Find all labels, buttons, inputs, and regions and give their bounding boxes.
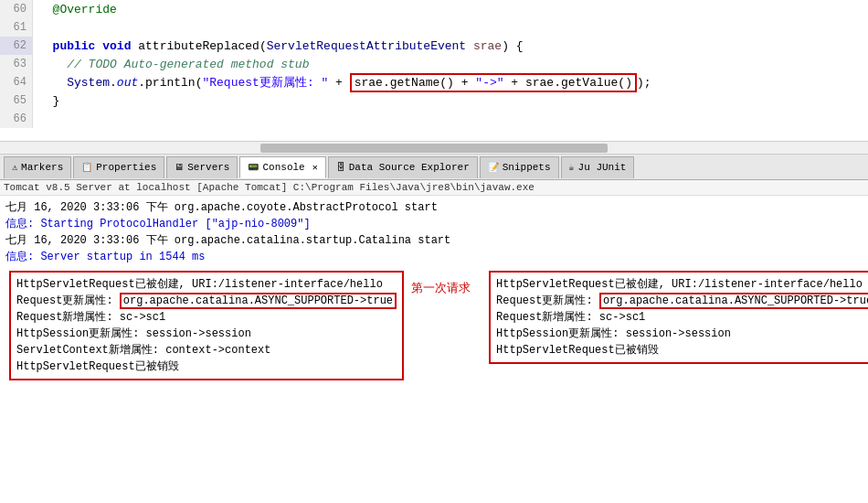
line-num-62: 62: [0, 37, 33, 55]
line-num-65: 65: [0, 91, 33, 110]
requests-container: HttpServletRequest已被创建, URI:/listener-in…: [5, 271, 863, 380]
tab-properties[interactable]: 📋 Properties: [73, 156, 164, 178]
code-line-60: 60 @Override: [0, 0, 868, 18]
horizontal-scrollbar[interactable]: [0, 142, 868, 155]
tab-snippets-label: Snippets: [503, 162, 551, 173]
snippets-icon: 📝: [488, 162, 499, 173]
markers-icon: ⚠: [12, 162, 17, 173]
console-line-2: 信息: Starting ProtocolHandler ["ajp-nio-8…: [5, 216, 863, 232]
tab-datasource-text: Data Source Explorer: [349, 162, 470, 173]
properties-icon: 📋: [81, 162, 92, 173]
tab-markers-label: Markers: [21, 162, 63, 173]
line-content-64: System.out.println("Request更新属性: " + sra…: [33, 74, 651, 91]
line-num-63: 63: [0, 55, 33, 73]
line-content-65: }: [33, 94, 59, 108]
console-icon: 📟: [248, 162, 259, 173]
code-line-65: 65 }: [0, 91, 868, 110]
scrollbar-thumb[interactable]: [260, 144, 608, 153]
line-num-64: 64: [0, 73, 33, 91]
code-line-61: 61: [0, 18, 868, 37]
request1-wrapper: HttpServletRequest已被创建, URI:/listener-in…: [9, 271, 471, 380]
bottom-panel: ⚠ Markers 📋 Properties 🖥 Servers 📟 Conso…: [0, 155, 868, 493]
request2-wrapper: HttpServletRequest已被创建, URI:/listener-in…: [489, 271, 868, 380]
junit-icon: ☕: [569, 162, 575, 173]
async-highlight-1: org.apache.catalina.ASYNC_SUPPORTED->tru…: [120, 293, 397, 309]
line-content-63: // TODO Auto-generated method stub: [33, 58, 309, 71]
async-highlight-2: org.apache.catalina.ASYNC_SUPPORTED->tru…: [599, 293, 868, 309]
line-num-61: 61: [0, 18, 33, 37]
servers-icon: 🖥: [175, 162, 184, 173]
request2-block: HttpServletRequest已被创建, URI:/listener-in…: [489, 271, 868, 364]
tab-console[interactable]: 📟 Console ✕: [239, 156, 325, 178]
server-info-text: Tomcat v8.5 Server at localhost [Apache …: [4, 182, 535, 193]
tab-servers[interactable]: 🖥 Servers: [166, 156, 238, 178]
line-content-62: public void attributeReplaced(ServletReq…: [33, 39, 524, 53]
console-close-icon[interactable]: ✕: [312, 162, 318, 173]
tab-bar: ⚠ Markers 📋 Properties 🖥 Servers 📟 Conso…: [0, 155, 868, 180]
line-num-66: 66: [0, 110, 33, 128]
request1-block: HttpServletRequest已被创建, URI:/listener-in…: [9, 271, 404, 380]
tab-markers[interactable]: ⚠ Markers: [4, 156, 71, 178]
tab-junit[interactable]: ☕ Ju JUnit: [561, 156, 635, 178]
code-editor: 60 @Override 61 62 public void attribute…: [0, 0, 868, 142]
line-num-60: 60: [0, 0, 33, 18]
console-server-info: Tomcat v8.5 Server at localhost [Apache …: [0, 180, 868, 196]
tab-servers-label: Servers: [187, 162, 229, 173]
line-content-60: @Override: [33, 3, 117, 16]
tab-datasource[interactable]: 🗄 Tomcat v8.5 Server at localhost [Apach…: [328, 156, 478, 178]
console-line-4: 信息: Server startup in 1544 ms: [5, 249, 863, 265]
datasource-icon: 🗄: [336, 162, 345, 173]
code-line-66: 66: [0, 110, 868, 128]
console-line-3: 七月 16, 2020 3:33:06 下午 org.apache.catali…: [5, 232, 863, 249]
code-line-64: 64 System.out.println("Request更新属性: " + …: [0, 73, 868, 91]
tab-console-label: Console: [262, 162, 304, 173]
tab-snippets[interactable]: 📝 Snippets: [480, 156, 559, 178]
console-line-1: 七月 16, 2020 3:33:06 下午 org.apache.coyote…: [5, 199, 863, 216]
code-line-62: 62 public void attributeReplaced(Servlet…: [0, 37, 868, 55]
code-line-63: 63 // TODO Auto-generated method stub: [0, 55, 868, 73]
request1-label: 第一次请求: [411, 280, 471, 296]
tab-junit-label: Ju JUnit: [578, 162, 627, 173]
console-output: 七月 16, 2020 3:33:06 下午 org.apache.coyote…: [0, 196, 868, 493]
tab-properties-label: Properties: [96, 162, 156, 173]
